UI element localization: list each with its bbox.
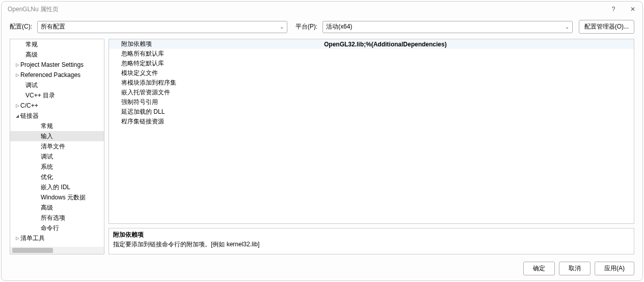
property-row[interactable]: 程序集链接资源 <box>109 117 634 126</box>
platform-value: 活动(x64) <box>326 22 563 31</box>
tree-item[interactable]: ▷VC++ 目录 <box>10 90 104 100</box>
titlebar: OpenGLNu 属性页 ? ✕ <box>2 2 642 17</box>
property-row[interactable]: 嵌入托管资源文件 <box>109 88 634 97</box>
tree-item-label: 嵌入的 IDL <box>41 183 70 192</box>
apply-button[interactable]: 应用(A) <box>595 262 634 275</box>
config-label: 配置(C): <box>10 22 34 31</box>
category-tree[interactable]: ▷常规▷高级▷Project Master Settings▷Reference… <box>10 39 104 247</box>
property-name: 强制符号引用 <box>109 98 322 107</box>
property-grid[interactable]: 附加依赖项OpenGL32.lib;%(AdditionalDependenci… <box>109 39 634 224</box>
tree-item-label: 调试 <box>25 81 38 90</box>
property-value[interactable]: OpenGL32.lib;%(AdditionalDependencies) <box>322 41 634 48</box>
right-pane: 附加依赖项OpenGL32.lib;%(AdditionalDependenci… <box>109 39 634 254</box>
description-text: 指定要添加到链接命令行的附加项。[例如 kernel32.lib] <box>113 240 630 249</box>
tree-item[interactable]: ▷高级 <box>10 202 104 213</box>
description-panel: 附加依赖项 指定要添加到链接命令行的附加项。[例如 kernel32.lib] <box>109 228 634 254</box>
tree-item[interactable]: ▷清单文件 <box>10 141 104 151</box>
help-button[interactable]: ? <box>610 6 617 13</box>
tree-item-label: 命令行 <box>41 224 59 233</box>
tree-item-label: Referenced Packages <box>20 71 81 79</box>
titlebar-buttons: ? ✕ <box>610 6 636 13</box>
property-row[interactable]: 忽略特定默认库 <box>109 59 634 68</box>
tree-item-label: Windows 元数据 <box>41 193 86 202</box>
tree-item-label: VC++ 目录 <box>25 91 55 100</box>
tree-item-label: Project Master Settings <box>20 61 84 68</box>
platform-label: 平台(P): <box>296 22 319 31</box>
property-name: 附加依赖项 <box>109 40 322 48</box>
property-name: 忽略所有默认库 <box>109 49 322 58</box>
tree-item[interactable]: ▷Project Master Settings <box>10 60 104 70</box>
config-value: 所有配置 <box>41 22 278 31</box>
tree-item-label: 常规 <box>41 122 53 131</box>
cancel-button[interactable]: 取消 <box>559 262 591 275</box>
tree-item[interactable]: ▷嵌入的 IDL <box>10 182 104 192</box>
category-tree-container: ▷常规▷高级▷Project Master Settings▷Reference… <box>10 39 104 254</box>
tree-item[interactable]: ▷系统 <box>10 162 104 172</box>
tree-item-label: 清单文件 <box>41 142 65 151</box>
config-dropdown[interactable]: 所有配置 ⌄ <box>37 21 287 33</box>
help-icon: ? <box>612 6 615 13</box>
property-name: 程序集链接资源 <box>109 117 322 126</box>
tree-item[interactable]: ▷优化 <box>10 172 104 182</box>
property-name: 延迟加载的 DLL <box>109 108 322 116</box>
tree-item[interactable]: ▷常规 <box>10 39 104 49</box>
property-row[interactable]: 延迟加载的 DLL <box>109 107 634 117</box>
tree-item[interactable]: ▷调试 <box>10 151 104 162</box>
scrollbar-thumb[interactable] <box>12 248 53 253</box>
tree-item[interactable]: ▷Referenced Packages <box>10 70 104 80</box>
button-bar: 确定 取消 应用(A) <box>2 259 642 280</box>
description-title: 附加依赖项 <box>113 230 630 239</box>
property-row[interactable]: 忽略所有默认库 <box>109 49 634 59</box>
tree-item[interactable]: ◢链接器 <box>10 111 104 121</box>
property-row[interactable]: 模块定义文件 <box>109 68 634 78</box>
property-row[interactable]: 强制符号引用 <box>109 97 634 107</box>
toolbar: 配置(C): 所有配置 ⌄ 平台(P): 活动(x64) ⌄ 配置管理器(O).… <box>2 17 642 39</box>
platform-dropdown[interactable]: 活动(x64) ⌄ <box>323 21 573 33</box>
close-icon: ✕ <box>630 6 635 13</box>
horizontal-scrollbar[interactable] <box>10 247 104 254</box>
tree-item-label: 常规 <box>25 40 38 49</box>
close-button[interactable]: ✕ <box>629 6 636 13</box>
tree-item-label: C/C++ <box>20 102 38 109</box>
content-area: ▷常规▷高级▷Project Master Settings▷Reference… <box>2 39 642 259</box>
expand-right-icon: ▷ <box>14 62 20 67</box>
property-name: 将模块添加到程序集 <box>109 79 322 87</box>
tree-item-label: 链接器 <box>20 112 39 120</box>
property-name: 模块定义文件 <box>109 69 322 78</box>
property-row[interactable]: 将模块添加到程序集 <box>109 78 634 88</box>
tree-item[interactable]: ▷清单工具 <box>10 233 104 243</box>
ok-button[interactable]: 确定 <box>523 262 555 275</box>
chevron-down-icon: ⌄ <box>280 24 284 30</box>
chevron-down-icon: ⌄ <box>565 24 569 30</box>
expand-right-icon: ▷ <box>14 236 20 241</box>
tree-item-label: 清单工具 <box>20 234 45 243</box>
tree-item-label: 所有选项 <box>41 214 65 222</box>
expand-down-icon: ◢ <box>14 114 20 118</box>
window-title: OpenGLNu 属性页 <box>8 5 610 14</box>
property-name: 嵌入托管资源文件 <box>109 88 322 97</box>
property-page-window: OpenGLNu 属性页 ? ✕ 配置(C): 所有配置 ⌄ 平台(P): 活动… <box>1 1 643 281</box>
tree-item-label: 调试 <box>41 152 53 161</box>
expand-right-icon: ▷ <box>14 103 20 108</box>
tree-item-label: 输入 <box>41 132 53 141</box>
tree-item[interactable]: ▷命令行 <box>10 223 104 233</box>
tree-item-label: 系统 <box>41 163 53 171</box>
config-manager-button[interactable]: 配置管理器(O)... <box>579 20 634 34</box>
tree-item[interactable]: ▷所有选项 <box>10 213 104 223</box>
tree-item[interactable]: ▷Windows 元数据 <box>10 192 104 202</box>
tree-item[interactable]: ▷C/C++ <box>10 100 104 111</box>
tree-item-label: 优化 <box>41 173 53 182</box>
tree-item[interactable]: ▷常规 <box>10 121 104 131</box>
property-name: 忽略特定默认库 <box>109 59 322 68</box>
tree-item[interactable]: ▷高级 <box>10 49 104 60</box>
property-row[interactable]: 附加依赖项OpenGL32.lib;%(AdditionalDependenci… <box>109 39 634 49</box>
tree-item-label: 高级 <box>25 50 38 59</box>
tree-item[interactable]: ▷调试 <box>10 80 104 90</box>
tree-item-label: 高级 <box>41 203 53 212</box>
expand-right-icon: ▷ <box>14 72 20 78</box>
tree-item[interactable]: ▷输入 <box>10 131 104 141</box>
